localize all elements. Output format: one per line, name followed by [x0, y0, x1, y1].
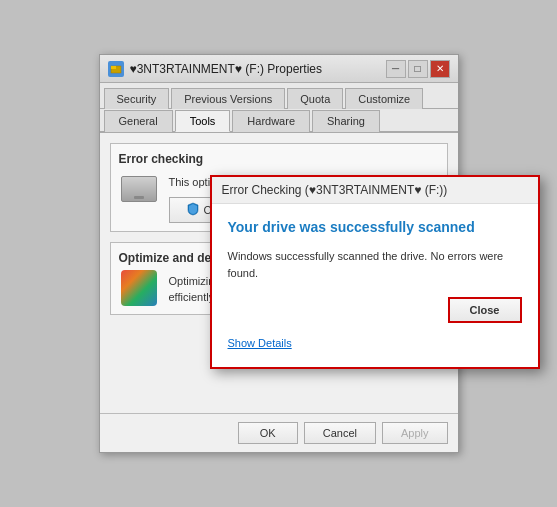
- dialog-title-bar: Error Checking (♥3NT3RTAINMENT♥ (F:)): [212, 177, 538, 204]
- tab-quota[interactable]: Quota: [287, 88, 343, 109]
- minimize-button[interactable]: ─: [386, 60, 406, 78]
- ok-button[interactable]: OK: [238, 422, 298, 444]
- dialog-buttons: Close: [228, 297, 522, 323]
- tab-row-1: Security Previous Versions Quota Customi…: [100, 83, 458, 109]
- error-checking-title: Error checking: [119, 152, 439, 166]
- properties-window: ♥3NT3RTAINMENT♥ (F:) Properties ─ □ ✕ Se…: [99, 54, 459, 453]
- title-bar: ♥3NT3RTAINMENT♥ (F:) Properties ─ □ ✕: [100, 55, 458, 83]
- show-details-link[interactable]: Show Details: [228, 333, 292, 353]
- cancel-button[interactable]: Cancel: [304, 422, 376, 444]
- error-dialog: Error Checking (♥3NT3RTAINMENT♥ (F:)) Yo…: [210, 175, 540, 369]
- optimize-icon-container: [119, 273, 159, 303]
- dialog-description: Windows successfully scanned the drive. …: [228, 248, 522, 281]
- close-dialog-button[interactable]: Close: [448, 297, 522, 323]
- tab-previous-versions[interactable]: Previous Versions: [171, 88, 285, 109]
- window-icon: [108, 61, 124, 77]
- tab-general[interactable]: General: [104, 110, 173, 132]
- tab-sharing[interactable]: Sharing: [312, 110, 380, 132]
- drive-icon: [121, 176, 157, 202]
- shield-icon: [186, 202, 200, 218]
- optimize-icon: [121, 270, 157, 306]
- title-bar-left: ♥3NT3RTAINMENT♥ (F:) Properties: [108, 61, 323, 77]
- tab-hardware[interactable]: Hardware: [232, 110, 310, 132]
- apply-button[interactable]: Apply: [382, 422, 448, 444]
- drive-icon-container: [119, 174, 159, 204]
- dialog-success-heading: Your drive was successfully scanned: [228, 218, 522, 236]
- title-controls: ─ □ ✕: [386, 60, 450, 78]
- window-title: ♥3NT3RTAINMENT♥ (F:) Properties: [130, 62, 323, 76]
- close-window-button[interactable]: ✕: [430, 60, 450, 78]
- dialog-content: Your drive was successfully scanned Wind…: [212, 204, 538, 367]
- tab-row-2: General Tools Hardware Sharing: [100, 109, 458, 133]
- svg-rect-1: [111, 66, 116, 69]
- tab-security[interactable]: Security: [104, 88, 170, 109]
- tab-tools[interactable]: Tools: [175, 110, 231, 132]
- bottom-bar: OK Cancel Apply: [100, 413, 458, 452]
- maximize-button[interactable]: □: [408, 60, 428, 78]
- tab-customize[interactable]: Customize: [345, 88, 423, 109]
